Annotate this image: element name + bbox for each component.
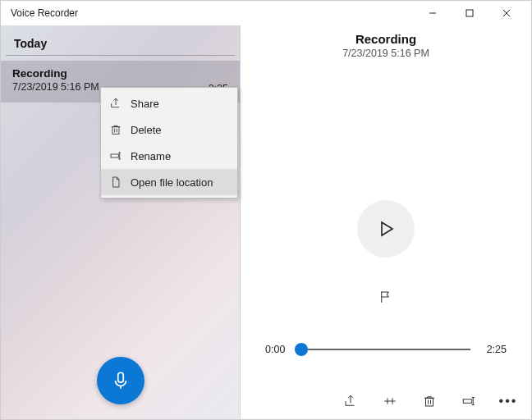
more-button[interactable]: ••• bbox=[500, 393, 516, 409]
rename-button[interactable] bbox=[461, 393, 477, 409]
delete-button[interactable] bbox=[421, 393, 438, 409]
share-button[interactable] bbox=[342, 393, 359, 409]
svg-rect-22 bbox=[111, 154, 118, 158]
context-menu-rename[interactable]: Rename bbox=[101, 143, 237, 169]
trash-icon bbox=[422, 394, 437, 409]
play-button[interactable] bbox=[357, 200, 415, 258]
content-area: Today Recording 7/23/2019 5:16 PM 2:25 R… bbox=[1, 25, 531, 419]
trash-icon bbox=[109, 123, 122, 136]
recording-header: Recording 7/23/2019 5:16 PM bbox=[342, 32, 429, 59]
trim-button[interactable] bbox=[382, 393, 398, 409]
trim-icon bbox=[383, 394, 397, 409]
context-menu-rename-label: Rename bbox=[131, 150, 171, 162]
timeline: 0:00 2:25 bbox=[265, 344, 507, 355]
context-menu-share-label: Share bbox=[131, 98, 159, 110]
time-current: 0:00 bbox=[265, 344, 293, 355]
file-icon bbox=[109, 176, 122, 189]
context-menu-share[interactable]: Share bbox=[101, 90, 237, 116]
flag-icon bbox=[378, 290, 393, 304]
svg-rect-1 bbox=[466, 10, 473, 16]
recording-item-title: Recording bbox=[12, 67, 228, 80]
playback-pane: Recording 7/23/2019 5:16 PM 0:00 2:25 bbox=[241, 25, 531, 419]
share-icon bbox=[109, 97, 122, 110]
rename-icon bbox=[109, 149, 122, 162]
svg-marker-6 bbox=[382, 222, 392, 235]
seek-track[interactable] bbox=[301, 349, 470, 350]
recording-datetime: 7/23/2019 5:16 PM bbox=[342, 48, 429, 59]
ellipsis-icon: ••• bbox=[499, 395, 518, 408]
app-window: Voice Recorder Today Recording 7/23/2019… bbox=[0, 0, 532, 420]
svg-rect-18 bbox=[112, 127, 119, 135]
window-title: Voice Recorder bbox=[7, 7, 78, 19]
context-menu: Share Delete Rename Open file location bbox=[100, 87, 238, 199]
section-header-today: Today bbox=[6, 25, 235, 56]
seek-thumb[interactable] bbox=[295, 343, 308, 356]
rename-icon bbox=[461, 394, 476, 409]
svg-rect-10 bbox=[426, 398, 433, 406]
time-total: 2:25 bbox=[479, 344, 507, 355]
recordings-list-pane: Today Recording 7/23/2019 5:16 PM 2:25 bbox=[1, 25, 241, 419]
share-icon bbox=[343, 394, 358, 409]
play-icon bbox=[376, 219, 396, 239]
svg-rect-4 bbox=[117, 372, 123, 382]
record-button[interactable] bbox=[97, 357, 144, 404]
minimize-button[interactable] bbox=[414, 1, 451, 25]
svg-rect-14 bbox=[463, 399, 472, 404]
recording-title: Recording bbox=[342, 32, 429, 46]
maximize-button[interactable] bbox=[451, 1, 488, 25]
add-marker-button[interactable] bbox=[378, 290, 393, 308]
context-menu-delete[interactable]: Delete bbox=[101, 116, 237, 143]
playback-toolbar: ••• bbox=[342, 393, 516, 409]
title-bar: Voice Recorder bbox=[1, 1, 531, 25]
context-menu-open-file-location-label: Open file location bbox=[131, 176, 213, 189]
context-menu-delete-label: Delete bbox=[131, 124, 162, 136]
context-menu-open-file-location[interactable]: Open file location bbox=[101, 169, 237, 195]
close-button[interactable] bbox=[488, 1, 525, 25]
microphone-icon bbox=[110, 370, 131, 391]
